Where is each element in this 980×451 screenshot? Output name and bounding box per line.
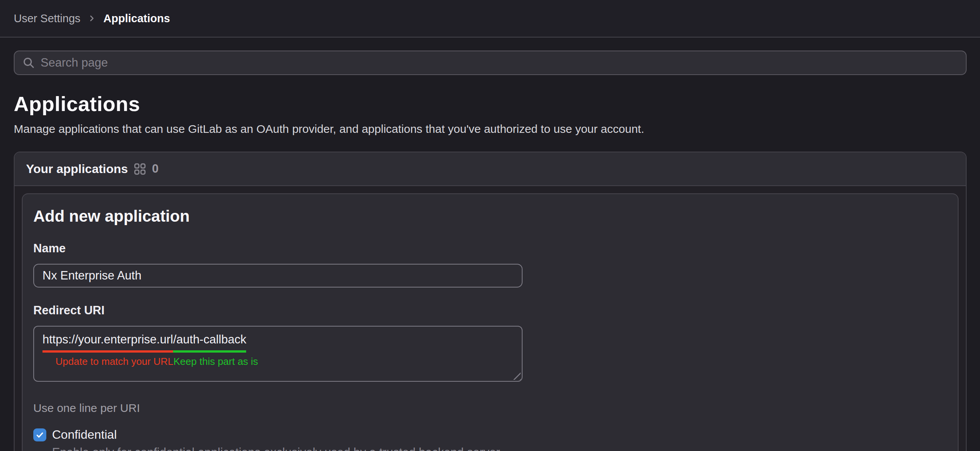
chevron-right-icon [87,14,96,23]
search-icon [22,56,35,69]
card-title: Add new application [33,207,947,226]
applications-grid-icon [134,163,146,175]
breadcrumb-applications[interactable]: Applications [103,12,170,25]
application-name-input[interactable] [33,264,523,288]
confidential-label[interactable]: Confidential [52,428,117,442]
page-title: Applications [14,92,966,116]
uri-path-part: /auth-callback [173,333,246,353]
search-input[interactable] [41,56,958,70]
confidential-checkbox[interactable] [33,428,46,441]
panel-body: Add new application Name Redirect URI ht… [15,186,966,451]
page-description: Manage applications that can use GitLab … [14,123,966,136]
name-field-group: Name [33,242,947,288]
confidential-help-text: Enable only for confidential application… [52,445,519,451]
annotation-keep-part: Keep this part as is [173,356,258,368]
redirect-uri-value: https://your.enterprise.url/auth-callbac… [42,333,522,346]
textarea-resize-handle[interactable] [512,371,521,380]
redirect-uri-field-group: Redirect URI https://your.enterprise.url… [33,304,947,415]
applications-count-badge: 0 [152,162,158,176]
your-applications-header: Your applications 0 [15,152,966,186]
name-label: Name [33,242,947,255]
search-bar[interactable] [14,51,967,75]
panel-title: Your applications [26,162,128,176]
uri-host-part: https://your.enterprise.url [42,333,173,353]
annotation-update-url: Update to match your URL [56,356,173,368]
breadcrumb-user-settings[interactable]: User Settings [14,12,80,25]
redirect-uri-label: Redirect URI [33,304,947,317]
uri-hint: Use one line per URI [33,402,947,415]
uri-annotations: Update to match your URL Keep this part … [42,352,522,368]
confidential-row: Confidential [33,428,947,442]
your-applications-panel: Your applications 0 Add new application … [14,152,967,451]
add-new-application-card: Add new application Name Redirect URI ht… [22,193,959,451]
breadcrumb: User Settings Applications [0,0,980,38]
redirect-uri-textarea[interactable]: https://your.enterprise.url/auth-callbac… [33,326,523,382]
checkmark-icon [35,430,44,440]
